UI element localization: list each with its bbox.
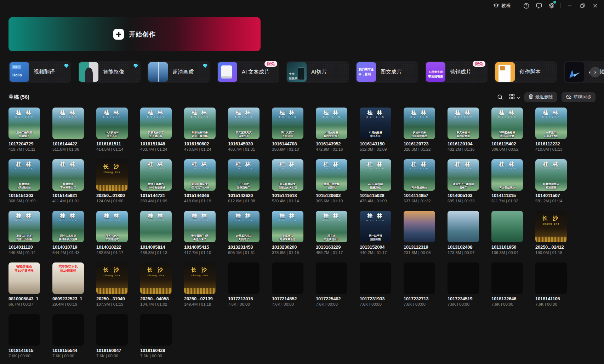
draft-thumbnail[interactable]	[8, 314, 40, 346]
draft-item[interactable]: 桂 林G U I L I N 11月的桂林 非去不可 1016143150 53…	[360, 108, 391, 151]
draft-thumbnail[interactable]	[140, 314, 172, 346]
draft-thumbnail[interactable]: 桂 林G U I L I N 两个人四天 人均1000	[272, 108, 303, 139]
draft-thumbnail[interactable]	[404, 211, 435, 242]
draft-item[interactable]: 1017232713 7.6K | 00:00	[404, 262, 435, 306]
draft-item[interactable]: 1018160428 7.6K | 00:00	[140, 314, 172, 358]
draft-thumbnail[interactable]: 桂 林G U I L I N	[140, 211, 172, 242]
recently-deleted-button[interactable]: 最近删除	[524, 92, 557, 102]
draft-item[interactable]: 桂 林G U I L I N 从桂林回来 说说我的感受 1016120723 3…	[404, 108, 435, 151]
draft-item[interactable]: 1018141105 7.6K | 00:00	[535, 262, 567, 306]
draft-thumbnail[interactable]: 桂 林G U I L I N 从桂林回来 说说我的感受	[404, 108, 435, 139]
help-icon[interactable]	[521, 1, 531, 10]
draft-thumbnail[interactable]: 桂 林G U I L I N 到底什么 时候来最合适	[272, 211, 303, 242]
draft-thumbnail[interactable]: 桂 林G U I L I N 11月的桂林 真的太好拍了	[316, 108, 347, 139]
draft-thumbnail[interactable]	[448, 262, 479, 294]
draft-item[interactable]: 1018160047 7.6K | 00:00	[96, 314, 128, 358]
draft-item[interactable]: 桂 林G U I L I N 两个人来桂林 要准备多少预算 1014010719…	[52, 211, 84, 255]
draft-item[interactable]: 桂 林G U I L I N 千万别把 游玩玩错了 1015142620 612…	[228, 159, 260, 203]
draft-item[interactable]: 桂 林G U I L I N 再去我就绝交 1014114857 637.6M …	[404, 159, 435, 203]
draft-thumbnail[interactable]	[491, 211, 523, 242]
draft-thumbnail[interactable]: 桂 林G U I L I N 两个人来桂林 要准备多少预算	[52, 211, 84, 242]
draft-item[interactable]: 桂 林G U I L I N 刚从桂林回来 四天三晚攻略 1016150602 …	[184, 108, 216, 151]
draft-thumbnail[interactable]: 桂 林G U I L I N 准备去桂林的 劝你千万别看	[8, 211, 40, 242]
draft-thumbnail[interactable]	[272, 262, 303, 294]
draft-thumbnail[interactable]: 智能养生壶 前10销量榜单	[8, 262, 40, 294]
draft-item[interactable]: 长 沙chang sha 20250...02412 190.0M | 01:1…	[535, 211, 567, 255]
draft-thumbnail[interactable]: 桂 林G U I L I N 四天三晚真实 体验分享	[228, 108, 260, 139]
draft-item[interactable]: 桂 林G U I L I N 和闺蜜去桂林 游玩4天攻略 1016115402 …	[491, 108, 523, 151]
draft-thumbnail[interactable]: 桂 林G U I L I N 刚从桂林回来 4天只花了800块	[184, 159, 216, 191]
draft-item[interactable]: 桂 林G U I L I N 第一站千万 别去阳朔 1013152004 440…	[360, 211, 391, 255]
draft-item[interactable]: 桂 林G U I L I N 两个人四天 人均1000 1016144708 3…	[272, 108, 303, 151]
draft-thumbnail[interactable]: 桂 林G U I L I N 再去我就绝交	[491, 159, 523, 191]
draft-item[interactable]: 桂 林G U I L I N 桂林旅游黑话 精准避雷 1014011507 58…	[535, 159, 567, 203]
draft-item[interactable]: 1013101950 136.3M | 00:04	[491, 211, 523, 255]
draft-item[interactable]: 1013112319 231.8M | 00:08	[404, 211, 435, 255]
draft-item[interactable]: 长 沙chang sha 20250...01800 124.0M | 01:0…	[96, 159, 128, 203]
draft-thumbnail[interactable]: 桂 林G U I L I N 第一天去阳朔 你就输了	[8, 108, 40, 139]
start-creating-button[interactable]: 开始创作	[8, 17, 261, 51]
draft-item[interactable]: 桂 林G U I L I N 第一天去阳朔 你就输了 1017204729 41…	[8, 108, 40, 151]
draft-thumbnail[interactable]: 长 沙chang sha	[535, 211, 567, 242]
draft-thumbnail[interactable]: 桂 林G U I L I N	[52, 108, 84, 139]
draft-item[interactable]: 桂 林G U I L I N 准备去桂林的 劝你千万别看 1014011120 …	[8, 211, 40, 255]
draft-thumbnail[interactable]: 桂 林G U I L I N 11月的桂林 非去不可	[96, 108, 128, 139]
draft-thumbnail[interactable]	[316, 262, 347, 294]
maximize-button[interactable]	[577, 1, 588, 10]
feature-tile[interactable]: 生成短视频 AI切片	[286, 61, 349, 83]
draft-item[interactable]: 桂 林G U I L I N 桂林旅游 4天5晚攻略 1015151303 36…	[8, 159, 40, 203]
draft-thumbnail[interactable]: 桂 林G U I L I N 现在来 才是真性价比	[316, 211, 347, 242]
draft-thumbnail[interactable]: 长 沙chang sha	[140, 262, 172, 294]
draft-thumbnail[interactable]	[96, 314, 128, 346]
draft-item[interactable]: 桂 林G U I L I N 10月底的桂林 真的绝了 1013231453 6…	[228, 211, 260, 255]
draft-thumbnail[interactable]: 桂 林G U I L I N 第一站千万 别去阳朔	[360, 211, 391, 242]
draft-thumbnail[interactable]: 桂 林G U I L I N 秋天来桂林 真的很舒服	[448, 108, 479, 139]
draft-item[interactable]: 桂 林G U I L I N 再去我就绝交 1014111315 611.7M …	[491, 159, 523, 203]
draft-thumbnail[interactable]: 长 沙chang sha	[96, 262, 128, 294]
search-icon[interactable]	[495, 93, 505, 102]
draft-item[interactable]: 桂 林G U I L I N 11月的桂林 真的太好拍了 1016143952 …	[316, 108, 347, 151]
draft-thumbnail[interactable]: 桂 林G U I L I N 4天玩遍桂林 隐藏路线	[360, 159, 391, 191]
draft-item[interactable]: 1017231933 7.6K | 00:00	[360, 262, 391, 306]
draft-item[interactable]: 1017213015 7.6K | 00:00	[228, 262, 260, 306]
view-mode-dropdown[interactable]	[509, 94, 520, 101]
draft-item[interactable]: 桂 林G U I L I N 桂林旅游 不来等于白活 1015145921 41…	[52, 159, 84, 203]
feature-tile[interactable]: 你好!Hello 视频翻译	[8, 61, 71, 83]
draft-item[interactable]: 桂 林G U I L I N 只有本地人 才知道的坑 1014010222 48…	[96, 211, 128, 255]
draft-thumbnail[interactable]: 桂 林G U I L I N 旅游不做攻略 必踩坑	[316, 159, 347, 191]
close-button[interactable]	[590, 1, 600, 10]
draft-item[interactable]: 桂 林G U I L I N 11月的桂林 非去不可 1016161511 41…	[96, 108, 128, 151]
draft-item[interactable]: 桂 林G U I L I N 到底什么 时候来最合适 1013230200 37…	[272, 211, 303, 255]
draft-item[interactable]: 桂 林G U I L I N 现在来 才是真性价比 1013163229 459…	[316, 211, 347, 255]
draft-thumbnail[interactable]: 桂 林G U I L I N 桂林旅游 4天5晚攻略	[8, 159, 40, 191]
draft-item[interactable]: 1017225402 7.6K | 00:00	[316, 262, 347, 306]
draft-item[interactable]: 1018132646 7.6K | 00:00	[491, 262, 523, 306]
draft-thumbnail[interactable]: 桂 林G U I L I N 一家三口 桂林4天5晚	[535, 108, 567, 139]
draft-thumbnail[interactable]	[360, 262, 391, 294]
draft-item[interactable]: 桂 林G U I L I N 秋天来桂林 真的很舒服 1016120104 43…	[448, 108, 479, 151]
draft-item[interactable]: 桂 林G U I L I N 旅游不做攻略 必踩坑 1015120602 365…	[316, 159, 347, 203]
draft-item[interactable]: 长 沙chang sha 20250...04058 104.7M | 01:0…	[140, 262, 172, 306]
draft-item[interactable]: 式即热饮水机 前10销量榜 0809232523_1 29.4M | 00:19	[52, 262, 84, 306]
draft-item[interactable]: 1018141615 7.6K | 00:00	[8, 314, 40, 358]
draft-thumbnail[interactable]: 长 沙chang sha	[184, 262, 216, 294]
draft-item[interactable]: 长 沙chang sha 20250...02139 149.4M | 01:1…	[184, 262, 216, 306]
draft-thumbnail[interactable]: 桂 林G U I L I N 刚从桂林回来 必须说的大实话	[272, 159, 303, 191]
draft-item[interactable]: 1013102408 173.8M | 00:07	[448, 211, 479, 255]
draft-thumbnail[interactable]	[52, 314, 84, 346]
draft-thumbnail[interactable]: 桂 林G U I L I N 男朋友分手了 去了趟桂林	[140, 108, 172, 139]
draft-thumbnail[interactable]: 桂 林G U I L I N 旅游正确顺序 少一个都是遗憾	[140, 159, 172, 191]
minimize-button[interactable]	[564, 1, 575, 10]
draft-item[interactable]: 1017234519 7.6K | 00:00	[448, 262, 479, 306]
feature-tile[interactable]: 超清画质	[147, 61, 210, 83]
feature-tile[interactable]: AI批量生成带货短视频 营销成片 限免	[425, 61, 488, 83]
draft-thumbnail[interactable]: 桂 林G U I L I N 10月底的桂林 真的绝了	[228, 211, 260, 242]
feature-tile[interactable]: 我们乘车途中，看到 图文成片	[355, 61, 418, 83]
draft-thumbnail[interactable]: 桂 林G U I L I N 桂林旅游黑话 精准避雷	[535, 159, 567, 191]
draft-item[interactable]: 1017214552 7.6K | 00:00	[272, 262, 303, 306]
draft-thumbnail[interactable]: 式即热饮水机 前10销量榜	[52, 262, 84, 294]
draft-thumbnail[interactable]	[228, 262, 260, 294]
draft-thumbnail[interactable]: 桂 林G U I L I N 千万别把 游玩玩错了	[228, 159, 260, 191]
settings-gear-icon[interactable]	[546, 1, 557, 10]
draft-thumbnail[interactable]: 桂 林G U I L I N 刚从桂林回来 四天三晚攻略	[184, 108, 216, 139]
